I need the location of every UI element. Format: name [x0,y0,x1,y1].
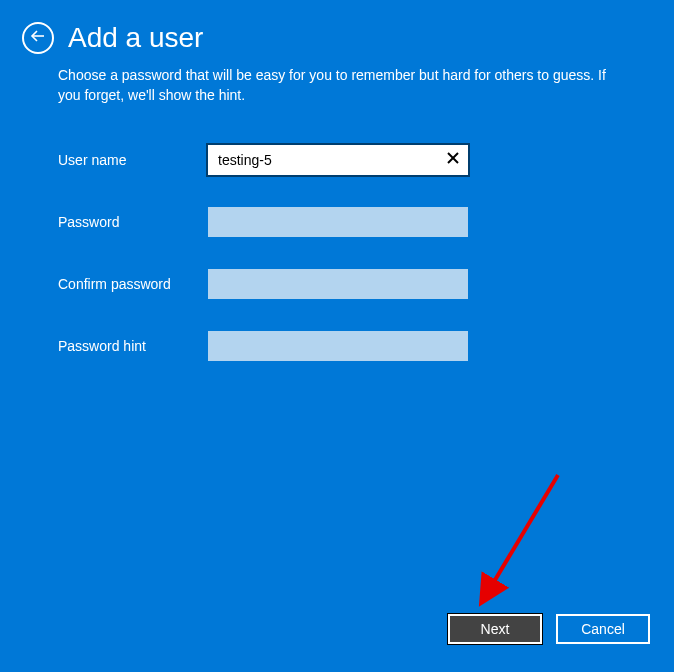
arrow-left-icon [30,28,46,48]
next-button[interactable]: Next [448,614,542,644]
password-input[interactable] [208,207,468,237]
close-icon [446,151,460,169]
page-description: Choose a password that will be easy for … [0,54,674,105]
svg-line-4 [483,475,558,600]
username-label: User name [58,152,208,168]
password-hint-input[interactable] [208,331,468,361]
cancel-button[interactable]: Cancel [556,614,650,644]
username-input[interactable] [208,145,468,175]
password-hint-label: Password hint [58,338,208,354]
clear-username-button[interactable] [438,145,468,175]
add-user-form: User name Password Confirm password Pass… [0,105,674,361]
page-title: Add a user [68,22,203,54]
password-label: Password [58,214,208,230]
confirm-password-label: Confirm password [58,276,208,292]
confirm-password-input[interactable] [208,269,468,299]
back-button[interactable] [22,22,54,54]
